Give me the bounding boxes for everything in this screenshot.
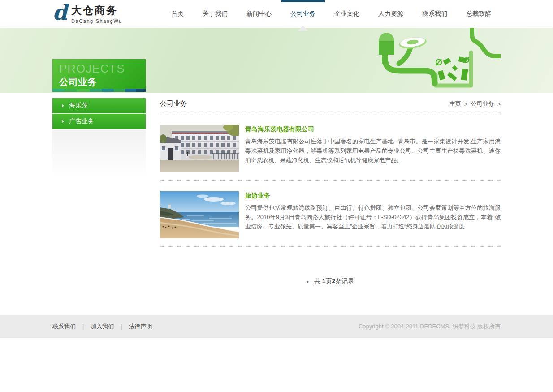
active-tab-indicator: [281, 0, 325, 2]
beach-seaside-photo[interactable]: [160, 191, 239, 238]
logo-d-icon: d: [52, 3, 67, 25]
main-nav: 首页 关于我们 新闻中心 公司业务 企业文化 人力资源 联系我们 总裁致辞: [162, 0, 501, 28]
pagination-page-count: 1: [322, 277, 326, 284]
pagination: • 共 1页2条记录: [160, 277, 501, 285]
page-body: 海乐茨 广告业务 公司业务 主页 > 公司业务 >: [0, 93, 553, 315]
nav-label: 公司业务: [290, 10, 315, 18]
banner-category-box: PROJECTS 公司业务: [52, 59, 146, 89]
sidebar-item-advertising[interactable]: 广告业务: [52, 114, 146, 129]
breadcrumb-current-link[interactable]: 公司业务: [471, 100, 494, 108]
footer-link-join[interactable]: 加入我们: [91, 323, 114, 331]
banner-color-stripe: [52, 89, 146, 92]
content-header: 公司业务 主页 > 公司业务 >: [160, 98, 501, 114]
company-logo[interactable]: d 大仓商务 DaCang ShangWu: [52, 3, 122, 25]
footer-separator: |: [121, 323, 122, 330]
pagination-prefix: 共: [314, 277, 322, 284]
breadcrumb-home-link[interactable]: 主页: [449, 100, 461, 108]
page-banner: PROJECTS 公司业务: [0, 28, 553, 93]
banner-title-cn: 公司业务: [59, 76, 146, 88]
footer-separator: |: [82, 323, 84, 330]
site-header: d 大仓商务 DaCang ShangWu 首页 关于我们 新闻中心 公司业务 …: [0, 0, 553, 28]
pagination-record-unit: 条记录: [335, 277, 354, 284]
nav-label: 新闻中心: [246, 10, 272, 18]
nav-item-culture[interactable]: 企业文化: [325, 0, 369, 28]
nav-label: 联系我们: [422, 10, 447, 18]
page-title: 公司业务: [160, 99, 187, 108]
business-item-info: 旅游业务 公司提供包括常规旅游线路预订、自由行、特色拼团、独立包团、公司会展策划…: [245, 191, 501, 238]
breadcrumb: 主页 > 公司业务 >: [449, 100, 501, 108]
banner-title-en: PROJECTS: [59, 62, 146, 75]
copyright-text: Copyright © 2004-2011 DEDECMS. 织梦科技 版权所有: [359, 323, 501, 331]
nav-item-home[interactable]: 首页: [162, 0, 193, 28]
arrow-right-icon: [62, 104, 64, 108]
business-list-item: 旅游业务 公司提供包括常规旅游线路预订、自由行、特色拼团、独立包团、公司会展策划…: [160, 181, 501, 247]
breadcrumb-separator: >: [464, 101, 468, 108]
eco-pipes-illustration-icon: [373, 28, 501, 93]
nav-label: 企业文化: [334, 10, 359, 18]
nav-item-projects[interactable]: 公司业务: [281, 0, 325, 28]
pagination-bullet-icon: •: [307, 278, 309, 285]
footer-link-contact[interactable]: 联系我们: [52, 323, 76, 331]
business-item-description: 青岛海乐茨电器有限公司座落于中国著名的家电生产基地--青岛市。是一家集设计开发,…: [245, 137, 501, 165]
business-item-description: 公司提供包括常规旅游线路预订、自由行、特色拼团、独立包团、公司会展策划等全方位的…: [245, 203, 501, 231]
footer-links: 联系我们 | 加入我们 | 法律声明: [52, 323, 152, 331]
sidebar-fade-panel: [52, 130, 146, 177]
nav-label: 总裁致辞: [466, 10, 491, 18]
nav-label: 首页: [171, 10, 184, 18]
nav-item-president[interactable]: 总裁致辞: [457, 0, 501, 28]
business-item-title-link[interactable]: 旅游业务: [245, 192, 270, 200]
nav-label: 人力资源: [378, 10, 403, 18]
main-content: 公司业务 主页 > 公司业务 >: [160, 98, 501, 285]
logo-name-cn: 大仓商务: [71, 4, 122, 17]
business-item-info: 青岛海乐茨电器有限公司 青岛海乐茨电器有限公司座落于中国著名的家电生产基地--青…: [245, 125, 501, 172]
site-footer: 联系我们 | 加入我们 | 法律声明 Copyright © 2004-2011…: [0, 315, 553, 338]
pagination-page-unit: 页: [326, 277, 332, 284]
breadcrumb-separator: >: [497, 101, 501, 108]
sidebar-menu: 海乐茨 广告业务: [52, 98, 146, 177]
nav-item-contact[interactable]: 联系我们: [413, 0, 457, 28]
sidebar-item-label: 海乐茨: [69, 102, 88, 110]
logo-name-en: DaCang ShangWu: [71, 18, 122, 24]
active-tab-pointer-icon: [298, 26, 308, 31]
nav-item-hr[interactable]: 人力资源: [369, 0, 413, 28]
sidebar-item-label: 广告业务: [69, 117, 94, 125]
sidebar-item-hailici[interactable]: 海乐茨: [52, 98, 146, 113]
nav-item-news[interactable]: 新闻中心: [237, 0, 281, 28]
footer-link-legal[interactable]: 法律声明: [129, 323, 152, 331]
arrow-right-icon: [62, 120, 64, 123]
business-item-title-link[interactable]: 青岛海乐茨电器有限公司: [245, 125, 314, 134]
logo-text: 大仓商务 DaCang ShangWu: [71, 4, 122, 24]
nav-item-about[interactable]: 关于我们: [193, 0, 237, 28]
factory-building-photo[interactable]: [160, 125, 239, 172]
business-list-item: 青岛海乐茨电器有限公司 青岛海乐茨电器有限公司座落于中国著名的家电生产基地--青…: [160, 114, 501, 181]
pagination-text: 共 1页2条记录: [314, 277, 354, 285]
nav-label: 关于我们: [203, 10, 228, 18]
